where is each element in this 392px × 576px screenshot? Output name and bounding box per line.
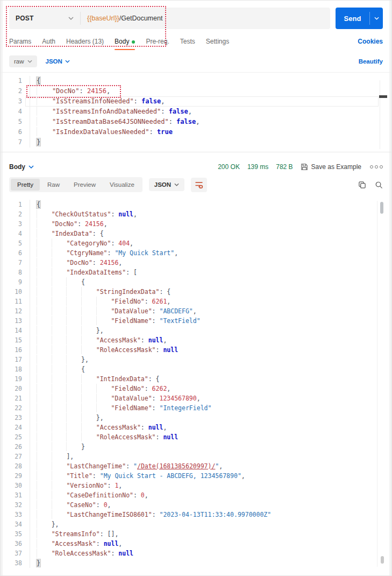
token: "DataValue" <box>111 307 152 315</box>
indent-guide <box>52 345 67 354</box>
view-tab-raw[interactable]: Raw <box>41 179 66 191</box>
indent-guide <box>37 364 52 374</box>
code-content: "CaseNo": 0, <box>30 500 391 510</box>
code-line: 1{ <box>1 76 391 86</box>
url-input[interactable]: {{baseUrl}}/GetDocument <box>81 15 330 22</box>
code-line: 37"RoleAccessMask": null <box>1 549 391 558</box>
code-content: { <box>30 76 391 86</box>
response-body-editor[interactable]: 1{2"CheckOutStatus": null,3"DocNo": 2415… <box>1 197 391 573</box>
code-content: "VersionNo": 1, <box>30 481 391 490</box>
tab-settings[interactable]: Settings <box>206 38 229 50</box>
search-button[interactable] <box>375 181 383 189</box>
token: ], <box>66 453 74 460</box>
response-scrollbar-thumb[interactable] <box>380 202 383 214</box>
code-content: "CategoryNo": 404, <box>30 238 391 248</box>
indent-guide <box>81 413 96 422</box>
line-number: 5 <box>1 238 26 248</box>
indent-guide <box>37 500 52 509</box>
send-options-button[interactable] <box>370 8 383 29</box>
indent-guide <box>52 423 67 432</box>
tab-pre-req[interactable]: Pre-req. <box>146 38 169 50</box>
size-badge: 782 B <box>276 163 293 171</box>
beautify-link[interactable]: Beautify <box>359 58 383 65</box>
token: : <box>152 404 160 412</box>
token: : <box>169 118 176 125</box>
tab-headers-13[interactable]: Headers (13) <box>66 38 104 50</box>
tab-auth[interactable]: Auth <box>42 38 55 50</box>
token: : <box>152 307 160 315</box>
request-tabs: ParamsAuthHeaders (13)BodyPre-req.TestsS… <box>9 38 383 50</box>
token: [], <box>108 530 119 538</box>
view-tab-preview[interactable]: Preview <box>67 179 102 191</box>
code-line: 25"RoleAccessMask": null <box>1 432 391 442</box>
line-number: 38 <box>1 558 26 568</box>
token: "ABCDEFG" <box>159 307 193 315</box>
code-content: "FieldNo": 6261, <box>30 297 391 306</box>
indent-guide <box>81 297 96 306</box>
code-content: "IsIndexDataValuesNeeded": true <box>30 127 391 137</box>
response-scrollbar-thumb-bottom[interactable] <box>381 556 384 564</box>
token: }, <box>81 356 89 363</box>
search-icon <box>375 181 383 189</box>
indent-guide <box>37 107 52 116</box>
token: { <box>37 201 40 208</box>
code-line: 27], <box>1 452 391 461</box>
body-type-select[interactable]: raw <box>9 55 37 67</box>
code-line: 35"StreamsInfo": [], <box>1 529 391 539</box>
response-action-icons <box>358 181 383 189</box>
response-scrollbar-track <box>377 201 377 567</box>
token: "RoleAccessMask" <box>96 346 156 354</box>
token: : <box>145 385 152 392</box>
request-body-editor[interactable]: 1{2"DocNo": 24156,3"IsStreamsInfoNeeded"… <box>1 72 391 152</box>
line-number: 33 <box>1 510 26 519</box>
token: } <box>81 443 85 451</box>
token: "IntIndexData" <box>96 375 148 383</box>
tab-params[interactable]: Params <box>9 38 31 50</box>
view-tab-visualize[interactable]: Visualize <box>103 179 141 191</box>
request-language-select[interactable]: JSON <box>46 58 70 65</box>
cookies-link[interactable]: Cookies <box>358 38 383 50</box>
indent-guide <box>52 355 67 364</box>
wrap-lines-button[interactable] <box>191 178 207 192</box>
token: }, <box>96 414 104 422</box>
send-button[interactable]: Send <box>336 8 369 29</box>
token: : <box>92 472 100 480</box>
copy-button[interactable] <box>358 181 366 189</box>
line-number: 7 <box>1 258 26 268</box>
body-type-toolbar: raw JSON Beautify <box>9 55 383 67</box>
indent-guide <box>66 306 81 315</box>
token: "DocNo" <box>52 87 80 95</box>
indent-guide <box>37 326 52 335</box>
tab-tests[interactable]: Tests <box>180 38 195 50</box>
token: : <box>152 511 160 518</box>
chevron-down-icon <box>374 17 379 20</box>
line-number: 2 <box>1 86 26 96</box>
line-number: 28 <box>1 461 26 471</box>
token: "IsStreamsInfoAndDataNeeded" <box>52 108 161 115</box>
indent-guide <box>37 481 52 490</box>
line-number: 20 <box>1 384 26 394</box>
copy-icon <box>358 181 366 189</box>
line-number: 1 <box>1 200 26 209</box>
token: "LastChangeTime" <box>66 462 126 470</box>
save-as-example-button[interactable]: Save as Example <box>301 163 361 171</box>
response-body-select[interactable]: Body <box>9 163 34 171</box>
view-tab-pretty[interactable]: Pretty <box>11 179 40 191</box>
more-actions-button[interactable] <box>370 165 383 168</box>
code-line: 22"FieldName": "IntegerField" <box>1 403 391 413</box>
line-number: 37 <box>1 549 26 558</box>
token: 6262 <box>152 385 167 392</box>
tab-body[interactable]: Body <box>115 38 135 50</box>
indent-guide <box>37 442 52 451</box>
line-number: 9 <box>1 277 26 287</box>
postman-request-window: POST {{baseUrl}}/GetDocument Send Params… <box>0 0 392 576</box>
code-line: 28"LastChangeTime": "/Date(1681385620997… <box>1 461 391 471</box>
indent-guide <box>37 248 52 257</box>
method-select[interactable]: POST <box>9 15 80 22</box>
indent-guide <box>37 268 52 277</box>
response-language-select[interactable]: JSON <box>149 178 184 191</box>
indent-guide <box>66 277 81 286</box>
line-number: 26 <box>1 442 26 452</box>
token: false <box>169 108 188 115</box>
token: "DataValue" <box>111 395 152 402</box>
